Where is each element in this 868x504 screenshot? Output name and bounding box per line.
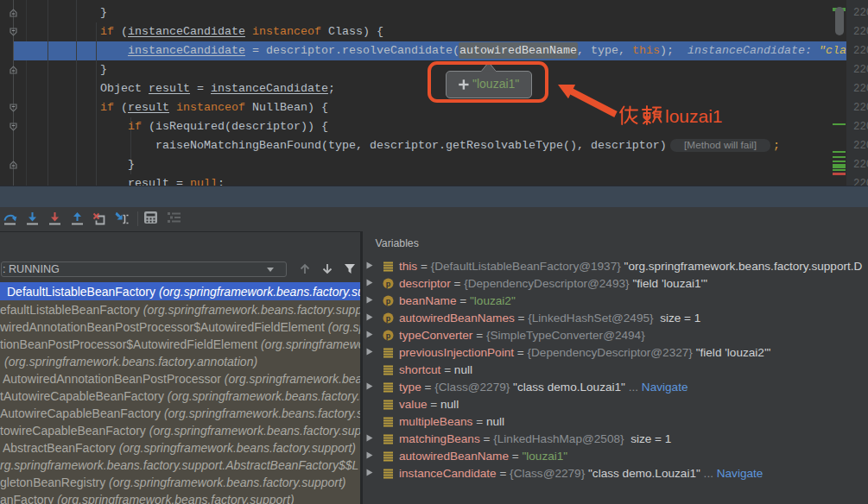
svg-text:p: p: [386, 280, 391, 288]
svg-text:p: p: [386, 331, 391, 340]
svg-text:p: p: [386, 314, 391, 323]
svg-text:p: p: [386, 297, 391, 306]
